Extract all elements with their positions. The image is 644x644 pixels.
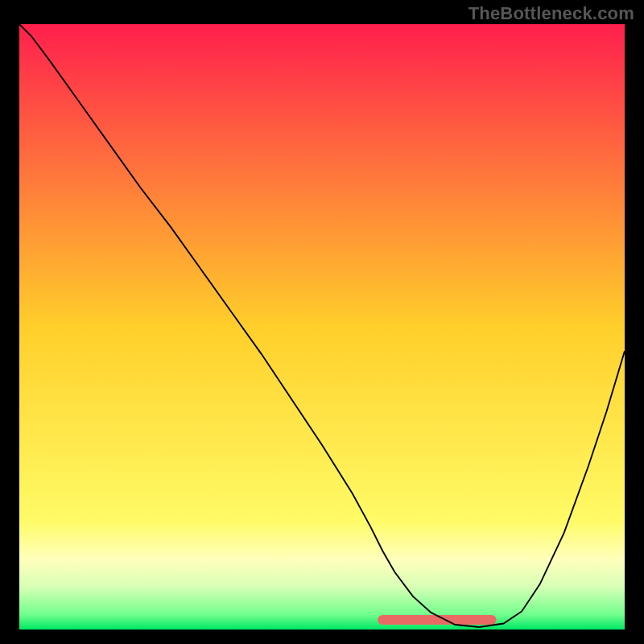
gradient-bg bbox=[19, 24, 625, 630]
watermark-text: TheBottleneck.com bbox=[469, 3, 634, 24]
chart-frame: TheBottleneck.com bbox=[0, 0, 644, 644]
bottleneck-chart bbox=[19, 24, 625, 630]
